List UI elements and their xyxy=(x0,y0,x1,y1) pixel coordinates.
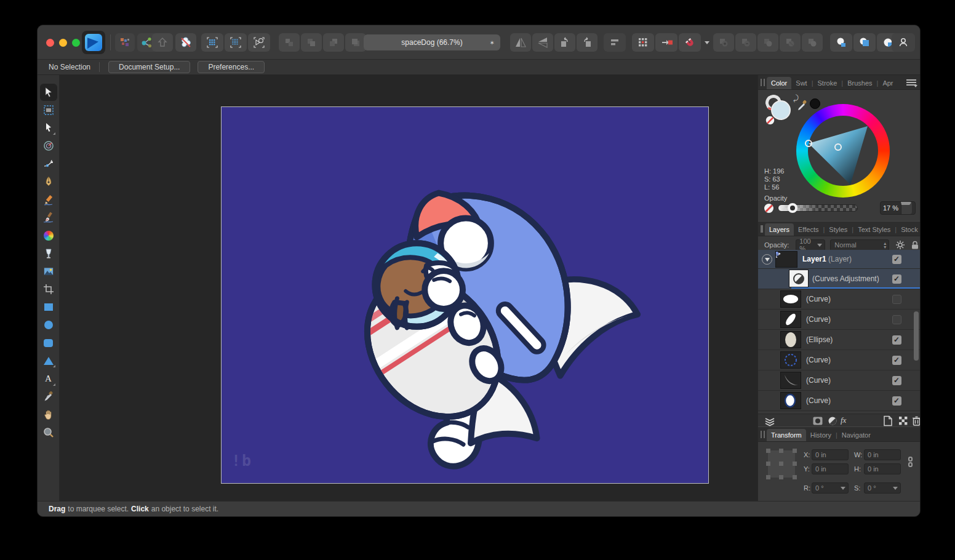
tool-place-image[interactable] xyxy=(40,263,57,280)
layer-visibility-checkbox[interactable] xyxy=(892,356,901,365)
snap-grid-fine-button[interactable] xyxy=(225,33,247,52)
arrange-front-button[interactable] xyxy=(301,33,322,52)
layer-visibility-checkbox[interactable] xyxy=(892,315,901,324)
boolean-divide-button[interactable] xyxy=(780,33,801,52)
boolean-add-button[interactable] xyxy=(713,33,734,52)
pixel-persona-button[interactable] xyxy=(115,33,135,52)
tab-navigator[interactable]: Navigator xyxy=(837,429,875,441)
expand-collapse-icon[interactable] xyxy=(762,254,772,265)
adjustment-layer-icon[interactable] xyxy=(827,415,838,426)
arrow-shape-button[interactable] xyxy=(152,33,173,52)
panel-menu-icon[interactable] xyxy=(906,79,916,86)
snap-grid-button[interactable] xyxy=(201,33,223,52)
layer-thumbnail[interactable] xyxy=(780,392,801,409)
arrange-back-button[interactable] xyxy=(345,33,366,52)
layer-row-layer1[interactable]: Layer1 (Layer) xyxy=(758,250,920,269)
tool-node[interactable] xyxy=(40,119,57,137)
tool-fill[interactable] xyxy=(40,227,57,244)
tool-colour-picker[interactable] xyxy=(40,388,57,406)
tab-stock[interactable]: Stock xyxy=(897,223,920,236)
layers-stack-icon[interactable] xyxy=(764,415,775,426)
canvas-viewport[interactable]: !b xyxy=(60,75,759,502)
tab-color[interactable]: Color xyxy=(767,77,791,89)
tool-zoom[interactable] xyxy=(40,424,57,441)
tab-layers[interactable]: Layers xyxy=(765,223,794,236)
layer-visibility-checkbox[interactable] xyxy=(892,376,901,385)
layer-thumbnail[interactable] xyxy=(780,372,801,389)
layer-visibility-checkbox[interactable] xyxy=(892,335,901,345)
tab-swatches[interactable]: Swt xyxy=(791,77,811,89)
snap-shapes-button[interactable] xyxy=(248,33,270,52)
flip-horizontal-button[interactable] xyxy=(532,33,553,52)
tool-rounded-rectangle[interactable] xyxy=(40,334,57,351)
layer-visibility-checkbox[interactable] xyxy=(892,396,901,406)
tab-brushes[interactable]: Brushes xyxy=(843,77,876,89)
insert-behind-button[interactable] xyxy=(830,33,852,52)
designer-persona-button[interactable] xyxy=(82,31,105,54)
rotate-cw-button[interactable] xyxy=(577,33,597,52)
tab-effects[interactable]: Effects xyxy=(794,223,823,236)
tool-vector-crop[interactable] xyxy=(40,281,57,298)
layer-effects-icon[interactable]: fx xyxy=(841,415,846,425)
panel-grip-icon[interactable] xyxy=(761,431,765,438)
x-field[interactable]: 0 in xyxy=(812,449,849,460)
h-field[interactable]: 0 in xyxy=(864,463,901,474)
tool-pencil[interactable] xyxy=(40,191,57,209)
blend-options-gear-icon[interactable] xyxy=(895,240,905,250)
tool-artboard[interactable] xyxy=(40,102,57,119)
panel-grip-icon[interactable] xyxy=(761,225,763,233)
w-field[interactable]: 0 in xyxy=(864,449,901,460)
tool-pen[interactable] xyxy=(40,173,57,190)
minimize-window-button[interactable] xyxy=(59,39,67,47)
delete-layer-icon[interactable] xyxy=(912,415,920,426)
tab-appearance[interactable]: Apr xyxy=(878,77,897,89)
snapping-button[interactable] xyxy=(679,33,701,52)
layer-row-curve[interactable]: (Curve) xyxy=(758,350,920,370)
alignment-button[interactable] xyxy=(604,33,626,52)
shear-field[interactable]: 0 ° xyxy=(864,482,901,494)
new-pattern-layer-icon[interactable] xyxy=(898,415,909,426)
opacity-none-icon[interactable] xyxy=(764,204,773,213)
tool-transparency[interactable] xyxy=(40,245,57,262)
layer-row-ellipse[interactable]: (Ellipse) xyxy=(758,330,920,350)
link-dimensions-icon[interactable] xyxy=(908,457,913,469)
snapping-dropdown[interactable] xyxy=(702,33,712,52)
tool-artistic-text[interactable] xyxy=(40,370,57,388)
opacity-slider[interactable] xyxy=(778,204,858,212)
tool-ellipse[interactable] xyxy=(40,316,57,334)
rotate-ccw-button[interactable] xyxy=(554,33,575,52)
flip-vertical-button[interactable] xyxy=(510,33,531,52)
spacedog-illustration[interactable] xyxy=(222,107,708,483)
flower-shape-button[interactable] xyxy=(175,33,196,52)
tool-triangle[interactable] xyxy=(40,352,57,369)
layer-visibility-checkbox[interactable] xyxy=(892,295,901,304)
color-triangle[interactable] xyxy=(796,104,890,198)
arrange-forward-button[interactable] xyxy=(279,33,300,52)
tool-rectangle[interactable] xyxy=(40,298,57,316)
tool-view[interactable] xyxy=(40,406,57,423)
artboard[interactable]: !b xyxy=(221,106,709,484)
tab-transform[interactable]: Transform xyxy=(767,429,806,441)
tool-corner[interactable] xyxy=(40,155,57,172)
mask-layer-icon[interactable] xyxy=(812,415,823,426)
blend-mode-dropdown[interactable]: Normal▴▾ xyxy=(830,239,889,251)
new-layer-icon[interactable] xyxy=(883,415,893,426)
tab-text-styles[interactable]: Text Styles xyxy=(853,223,895,236)
tool-vector-brush[interactable] xyxy=(40,209,57,226)
boolean-intersect-button[interactable] xyxy=(757,33,778,52)
boolean-combine-button[interactable] xyxy=(802,33,823,52)
tab-stroke[interactable]: Stroke xyxy=(813,77,842,89)
layer-thumbnail[interactable] xyxy=(780,331,801,348)
show-grid-button[interactable] xyxy=(632,33,654,52)
layer-thumbnail[interactable] xyxy=(775,251,797,268)
y-field[interactable]: 0 in xyxy=(812,463,849,474)
layer-thumbnail[interactable] xyxy=(789,270,809,287)
layer-thumbnail[interactable] xyxy=(780,311,801,328)
lock-icon[interactable] xyxy=(911,241,919,250)
boolean-subtract-button[interactable] xyxy=(735,33,756,52)
tool-move[interactable] xyxy=(40,84,57,101)
layer-row-curve[interactable]: (Curve) xyxy=(758,289,920,310)
layer-row-curve[interactable]: (Curve) xyxy=(758,370,920,391)
fill-color-well[interactable] xyxy=(771,100,791,120)
tool-point-transform[interactable] xyxy=(40,137,57,154)
